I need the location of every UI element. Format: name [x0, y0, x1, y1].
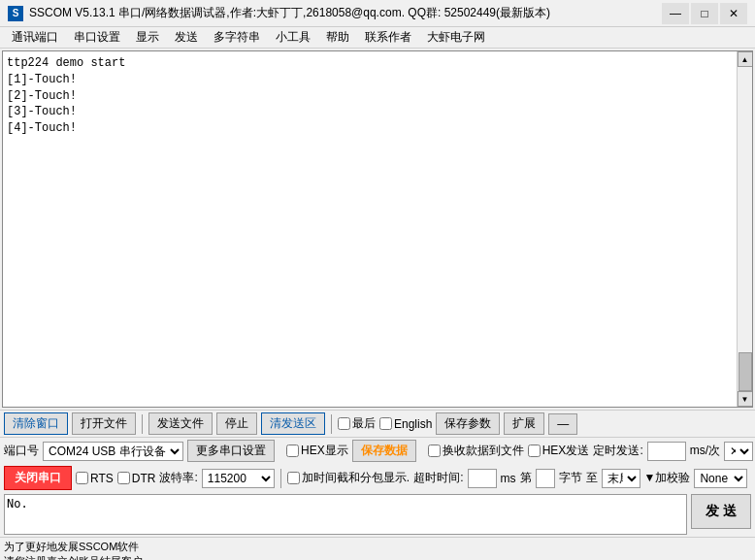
english-checkbox-label[interactable]: English: [379, 417, 432, 431]
stop-button[interactable]: 停止: [216, 412, 257, 435]
timer-send-label: 定时发送:: [593, 443, 642, 459]
collapse-button[interactable]: —: [548, 413, 577, 435]
timeout-unit: ms: [501, 472, 516, 485]
hex-display-text: HEX显示: [301, 443, 348, 459]
timestamp-text: 加时间截和分包显示.: [302, 470, 410, 486]
send-file-button[interactable]: 发送文件: [148, 412, 213, 435]
menu-tools[interactable]: 小工具: [268, 27, 318, 48]
hex-send-text: HEX发送: [542, 443, 590, 459]
save-data-button[interactable]: 保存数据: [352, 440, 416, 462]
timer-multiplier-select[interactable]: ✕: [724, 442, 753, 461]
hex-display-checkbox[interactable]: [286, 445, 299, 457]
english-checkbox[interactable]: [379, 417, 392, 430]
input-row: 发 送: [0, 492, 755, 537]
baud-select[interactable]: 115200: [202, 469, 275, 488]
menu-multistring[interactable]: 多字符串: [206, 27, 268, 48]
terminal-output: ttp224 demo start [1]-Touch! [2]-Touch! …: [3, 51, 752, 407]
scroll-thumb[interactable]: [739, 352, 752, 391]
send-input[interactable]: [4, 494, 687, 535]
timeout-label: 超时时间:: [413, 470, 463, 486]
recv-to-file-checkbox[interactable]: [428, 445, 441, 457]
timer-value-input[interactable]: 1000: [647, 442, 686, 461]
toolbar-separator-2: [331, 414, 332, 434]
open-file-button[interactable]: 打开文件: [72, 412, 136, 435]
hex-send-checkbox[interactable]: [528, 445, 541, 457]
expand-button[interactable]: 扩展: [504, 412, 544, 435]
dtr-text: DTR: [132, 472, 156, 485]
scroll-up-button[interactable]: ▲: [738, 51, 753, 67]
promo-row: 为了更好地发展SSCOM软件 请您注册嘉立创账号结尾客户: [0, 537, 755, 560]
hex-display-label[interactable]: HEX显示: [286, 443, 348, 459]
page-input[interactable]: 1: [536, 469, 555, 488]
bottom-toolbar: 清除窗口 打开文件 发送文件 停止 清发送区 最后 English 保存参数 扩…: [0, 410, 755, 437]
control-row: 端口号 COM24 USB 串行设备 更多串口设置 HEX显示 保存数据 换收款…: [0, 437, 755, 464]
timestamp-checkbox[interactable]: [287, 472, 300, 484]
recv-to-file-label[interactable]: 换收款据到文件: [428, 443, 524, 459]
send-button[interactable]: 发 送: [691, 494, 751, 529]
rts-text: RTS: [90, 472, 114, 485]
page-label: 第: [520, 470, 532, 486]
timeout-input[interactable]: 20: [468, 469, 497, 488]
rts-checkbox[interactable]: [76, 472, 88, 484]
page-unit: 字节: [559, 470, 582, 486]
menu-display[interactable]: 显示: [128, 27, 167, 48]
toolbar-separator-1: [142, 414, 143, 434]
start-label: 至: [586, 470, 598, 486]
dtr-label[interactable]: DTR: [117, 472, 156, 485]
last-label: 最后: [352, 415, 376, 432]
menu-help[interactable]: 帮助: [318, 27, 357, 48]
title-bar: S SSCOM V5.13.1 串口/网络数据调试器,作者:大虾丁丁,26180…: [0, 0, 755, 27]
timestamp-label[interactable]: 加时间截和分包显示.: [287, 470, 410, 486]
checksum-select[interactable]: None: [694, 469, 747, 488]
menu-send[interactable]: 发送: [167, 27, 206, 48]
promo-text2: 请您注册嘉立创账号结尾客户: [4, 555, 143, 560]
port-settings-row: 关闭串口 RTS DTR 波特率: 115200 加时间截和分包显示. 超时时间…: [0, 464, 755, 492]
scroll-down-button[interactable]: ▼: [738, 391, 753, 407]
terminal-area: ttp224 demo start [1]-Touch! [2]-Touch! …: [2, 50, 753, 408]
end-select[interactable]: 末尾: [602, 469, 640, 488]
hex-send-label[interactable]: HEX发送: [528, 443, 590, 459]
timer-unit-label: ms/次: [690, 443, 720, 459]
save-params-button[interactable]: 保存参数: [436, 412, 500, 435]
menu-comm-port[interactable]: 通讯端口: [4, 27, 66, 48]
close-button[interactable]: ✕: [720, 3, 747, 24]
menu-bar: 通讯端口 串口设置 显示 发送 多字符串 小工具 帮助 联系作者 大虾电子网: [0, 27, 755, 49]
last-checkbox[interactable]: [338, 417, 350, 430]
recv-to-file-text: 换收款据到文件: [443, 443, 524, 459]
rts-label[interactable]: RTS: [76, 472, 114, 485]
menu-contact[interactable]: 联系作者: [357, 27, 419, 48]
minimize-button[interactable]: —: [662, 3, 689, 24]
promo-text1: 为了更好地发展SSCOM软件: [4, 541, 139, 552]
english-label: English: [394, 417, 432, 431]
port-separator-1: [280, 469, 281, 488]
vertical-scrollbar[interactable]: ▲ ▼: [737, 51, 752, 407]
port-select[interactable]: COM24 USB 串行设备: [43, 442, 183, 461]
menu-website[interactable]: 大虾电子网: [419, 27, 493, 48]
checksum-label: ▼加校验: [644, 470, 691, 486]
dtr-checkbox[interactable]: [117, 472, 130, 484]
app-title: SSCOM V5.13.1 串口/网络数据调试器,作者:大虾丁丁,2618058…: [29, 5, 550, 21]
window-controls: — □ ✕: [662, 3, 747, 24]
app-icon: S: [8, 6, 23, 21]
close-port-button[interactable]: 关闭串口: [4, 466, 72, 490]
maximize-button[interactable]: □: [691, 3, 718, 24]
scroll-track[interactable]: [738, 67, 753, 391]
port-label: 端口号: [4, 443, 39, 459]
baud-label: 波特率:: [159, 470, 197, 486]
more-settings-button[interactable]: 更多串口设置: [187, 440, 275, 462]
menu-port-settings[interactable]: 串口设置: [66, 27, 128, 48]
clear-window-button[interactable]: 清除窗口: [4, 412, 68, 435]
clear-send-button[interactable]: 清发送区: [261, 412, 325, 435]
last-checkbox-label[interactable]: 最后: [338, 415, 376, 432]
